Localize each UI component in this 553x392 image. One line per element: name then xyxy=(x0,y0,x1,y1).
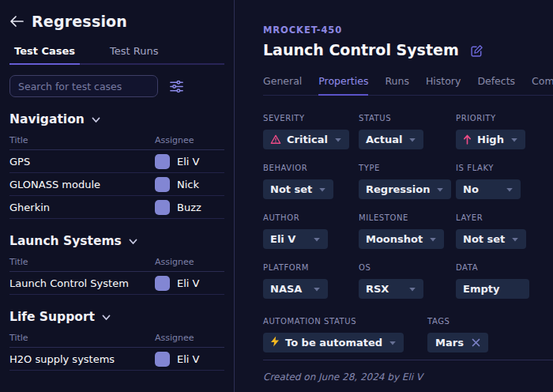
properties-form: SEVERITYCriticalSTATUSActualPRIORITYHigh… xyxy=(263,114,553,299)
footer-divider xyxy=(263,360,553,360)
type-dropdown[interactable]: Regression xyxy=(359,179,451,199)
test-case-row-gps[interactable]: GPSEli V xyxy=(9,150,224,173)
tab-test-cases[interactable]: Test Cases xyxy=(9,45,80,65)
avatar xyxy=(155,154,170,169)
field-milestone: MILESTONEMoonshot xyxy=(359,213,456,249)
field-data: DATAEmpty xyxy=(456,263,553,299)
field-label: LAYER xyxy=(456,213,553,222)
case-title: Launch Control System xyxy=(263,41,459,58)
field-value: Eli V xyxy=(270,233,295,245)
field-value: High xyxy=(477,134,504,145)
field-value: Critical xyxy=(287,134,328,145)
left-header: Regression xyxy=(9,13,224,30)
section-name: Launch Systems xyxy=(9,234,122,248)
detail-tab-comments[interactable]: Comments xyxy=(532,75,553,95)
field-value: Regression xyxy=(366,183,430,195)
detail-tab-general[interactable]: General xyxy=(263,75,302,95)
tag-label: Mars xyxy=(435,337,464,349)
field-label: SEVERITY xyxy=(263,114,359,122)
chevron-down-icon xyxy=(429,236,437,243)
search-row xyxy=(9,75,224,97)
field-label: PRIORITY xyxy=(456,114,553,122)
milestone-dropdown[interactable]: Moonshot xyxy=(359,229,444,249)
field-type: TYPERegression xyxy=(359,164,456,199)
field-label: TYPE xyxy=(359,164,456,172)
chevron-down-icon xyxy=(129,239,137,245)
field-os: OSRSX xyxy=(359,263,456,299)
test-case-sections: NavigationTitleAssigneeGPSEli VGLONASS m… xyxy=(9,112,224,371)
avatar xyxy=(155,200,170,215)
detail-tab-runs[interactable]: Runs xyxy=(385,75,408,95)
left-panel: Regression Test CasesTest Runs Navigatio… xyxy=(0,0,235,392)
chevron-down-icon xyxy=(510,137,518,143)
tab-test-runs[interactable]: Test Runs xyxy=(105,45,163,63)
section-name: Life Support xyxy=(9,310,95,324)
arrow-up-icon xyxy=(463,134,472,145)
field-label: OS xyxy=(359,263,456,272)
edit-pencil-icon[interactable] xyxy=(470,44,483,58)
column-title: Title xyxy=(9,257,155,267)
field-behavior: BEHAVIORNot set xyxy=(263,164,359,199)
detail-tab-properties[interactable]: Properties xyxy=(318,75,368,96)
tag-remove-icon[interactable] xyxy=(472,338,480,347)
field-platform: PLATFORMNASA xyxy=(263,263,359,299)
is-flaky-dropdown[interactable]: No xyxy=(456,179,521,199)
behavior-dropdown[interactable]: Not set xyxy=(263,179,333,199)
column-title: Title xyxy=(9,135,155,145)
field-layer: LAYERNot set xyxy=(456,213,553,249)
field-value: No xyxy=(463,183,479,195)
detail-tab-defects[interactable]: Defects xyxy=(477,75,515,95)
field-value: NASA xyxy=(270,283,302,295)
row-title: Gherkin xyxy=(9,202,155,213)
detail-tab-history[interactable]: History xyxy=(426,75,461,95)
back-arrow-icon[interactable] xyxy=(9,15,24,28)
field-value: Empty xyxy=(463,283,499,295)
test-case-row-gherkin[interactable]: GherkinBuzz xyxy=(9,196,224,219)
automation-row: AUTOMATION STATUS To be automated TAGS M… xyxy=(263,317,553,352)
severity-dropdown[interactable]: Critical xyxy=(263,130,349,149)
row-assignee: Eli V xyxy=(155,154,224,169)
assignee-name: Eli V xyxy=(177,277,199,289)
test-case-row-launch-control-system[interactable]: Launch Control SystemEli V xyxy=(9,272,224,295)
platform-dropdown[interactable]: NASA xyxy=(263,279,328,299)
automation-status-dropdown[interactable]: To be automated xyxy=(263,333,404,352)
author-dropdown[interactable]: Eli V xyxy=(263,229,328,249)
left-tabs: Test CasesTest Runs xyxy=(9,45,224,65)
field-value: Not set xyxy=(463,233,505,245)
os-dropdown[interactable]: RSX xyxy=(359,279,423,299)
chevron-down-icon xyxy=(102,315,111,321)
section-header-navigation[interactable]: Navigation xyxy=(9,112,224,126)
column-headers: TitleAssignee xyxy=(9,248,224,272)
section-header-life-support[interactable]: Life Support xyxy=(9,310,224,324)
field-label-tags: TAGS xyxy=(427,317,488,326)
section-navigation: NavigationTitleAssigneeGPSEli VGLONASS m… xyxy=(9,112,224,219)
section-launch-systems: Launch SystemsTitleAssigneeLaunch Contro… xyxy=(9,234,224,295)
test-case-row-glonass-module[interactable]: GLONASS moduleNick xyxy=(9,173,224,196)
chevron-down-icon xyxy=(313,236,321,243)
field-value: Moonshot xyxy=(366,233,423,245)
field-value: Actual xyxy=(366,134,402,145)
status-dropdown[interactable]: Actual xyxy=(359,130,423,149)
chevron-down-icon xyxy=(436,187,444,193)
data-value-box[interactable]: Empty xyxy=(456,279,529,299)
layer-dropdown[interactable]: Not set xyxy=(456,229,526,249)
assignee-name: Eli V xyxy=(177,353,199,365)
field-author: AUTHOREli V xyxy=(263,213,359,249)
section-name: Navigation xyxy=(9,112,85,126)
assignee-name: Eli V xyxy=(177,156,199,168)
filter-sliders-icon[interactable] xyxy=(168,78,185,95)
case-id: MROCKET-450 xyxy=(263,24,553,36)
field-value: RSX xyxy=(366,283,389,295)
page-title: Regression xyxy=(32,13,127,30)
avatar xyxy=(155,177,170,192)
search-input[interactable] xyxy=(9,75,158,97)
section-header-launch-systems[interactable]: Launch Systems xyxy=(9,234,224,248)
column-assignee: Assignee xyxy=(155,135,224,145)
tag-chip-mars[interactable]: Mars xyxy=(427,333,488,352)
test-case-row-h2o-supply-systems[interactable]: H2O supply systemsEli V xyxy=(9,348,224,371)
assignee-name: Buzz xyxy=(177,202,201,213)
priority-dropdown[interactable]: High xyxy=(456,130,525,149)
chevron-down-icon xyxy=(506,187,514,193)
field-label: AUTHOR xyxy=(263,213,359,222)
chevron-down-icon xyxy=(334,137,342,143)
